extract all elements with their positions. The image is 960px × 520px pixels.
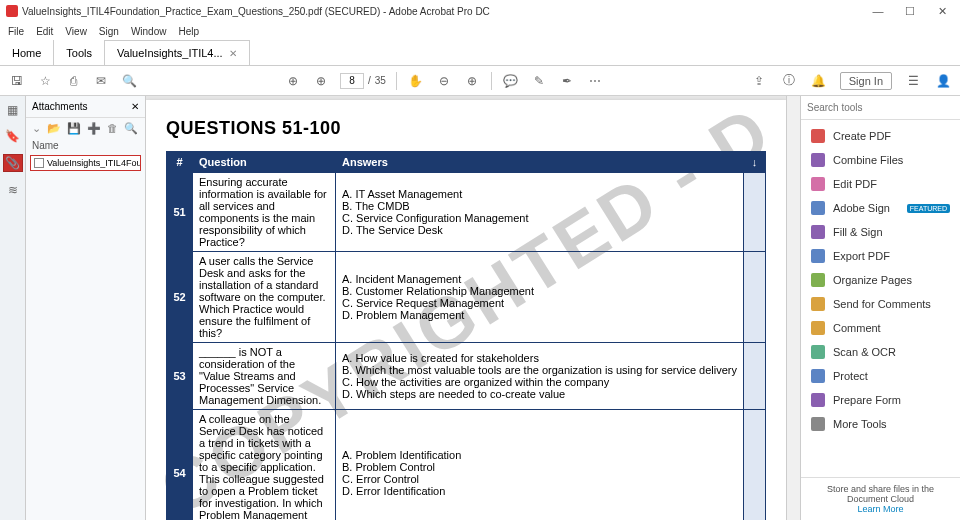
- sign-icon[interactable]: ✒: [558, 72, 576, 90]
- minimize-button[interactable]: —: [866, 3, 890, 19]
- doc-icon: [34, 158, 44, 168]
- toolbar: 🖫 ☆ ⎙ ✉ 🔍 ⊕ ⊕ /35 ✋ ⊖ ⊕ 💬 ✎ ✒ ⋯ ⇪ ⓘ 🔔 Si…: [0, 66, 960, 96]
- learn-more-link[interactable]: Learn More: [857, 504, 903, 514]
- bookmark-icon[interactable]: 🔖: [5, 128, 21, 144]
- tool-item[interactable]: Prepare Form: [801, 388, 960, 412]
- print-icon[interactable]: ⎙: [64, 72, 82, 90]
- th-question: Question: [193, 152, 336, 173]
- row-num: 52: [167, 252, 193, 343]
- table-row: 51Ensuring accurate information is avail…: [167, 173, 766, 252]
- tab-strip: Home Tools ValueInsights_ITIL4...✕: [0, 40, 960, 66]
- scrollbar[interactable]: [786, 96, 800, 520]
- pdf-icon: [6, 5, 18, 17]
- close-panel-icon[interactable]: ✕: [131, 101, 139, 112]
- menu-window[interactable]: Window: [131, 26, 167, 37]
- row-arrow: [744, 343, 766, 410]
- search-tools-input[interactable]: [807, 102, 954, 113]
- user-icon[interactable]: 👤: [934, 72, 952, 90]
- menu-file[interactable]: File: [8, 26, 24, 37]
- attachment-item[interactable]: ValueInsights_ITIL4Foundation_Practic...: [30, 155, 141, 171]
- menu-edit[interactable]: Edit: [36, 26, 53, 37]
- menu-view[interactable]: View: [65, 26, 87, 37]
- comment-icon[interactable]: 💬: [502, 72, 520, 90]
- tool-item[interactable]: Export PDF: [801, 244, 960, 268]
- tool-icon: [811, 225, 825, 239]
- page-up-icon[interactable]: ⊕: [284, 72, 302, 90]
- page-down-icon[interactable]: ⊕: [312, 72, 330, 90]
- row-question: A colleague on the Service Desk has noti…: [193, 410, 336, 521]
- tool-icon: [811, 321, 825, 335]
- star-icon[interactable]: ☆: [36, 72, 54, 90]
- bell-icon[interactable]: 🔔: [810, 72, 828, 90]
- pdf-page: COPYRIGHTED - D QUESTIONS 51-100 # Quest…: [146, 100, 786, 520]
- document-view[interactable]: COPYRIGHTED - D QUESTIONS 51-100 # Quest…: [146, 96, 786, 520]
- share-icon[interactable]: ⇪: [750, 72, 768, 90]
- zoom-out-icon[interactable]: ⊖: [435, 72, 453, 90]
- hand-icon[interactable]: ✋: [407, 72, 425, 90]
- tool-item[interactable]: Send for Comments: [801, 292, 960, 316]
- maximize-button[interactable]: ☐: [898, 3, 922, 19]
- attach-add-icon[interactable]: ➕: [87, 122, 101, 135]
- row-question: Ensuring accurate information is availab…: [193, 173, 336, 252]
- tool-icon: [811, 393, 825, 407]
- tools-panel: Create PDFCombine FilesEdit PDFAdobe Sig…: [800, 96, 960, 520]
- row-answers: A. How value is created for stakeholders…: [336, 343, 744, 410]
- tool-icon: [811, 153, 825, 167]
- row-arrow: [744, 252, 766, 343]
- attach-save-icon[interactable]: 💾: [67, 122, 81, 135]
- page-input[interactable]: [340, 73, 364, 89]
- th-arrow: ↓: [744, 152, 766, 173]
- tool-icon: [811, 177, 825, 191]
- tool-item[interactable]: Edit PDF: [801, 172, 960, 196]
- tool-item[interactable]: More Tools: [801, 412, 960, 436]
- search-icon[interactable]: 🔍: [120, 72, 138, 90]
- layers-icon[interactable]: ≋: [5, 182, 21, 198]
- more-icon[interactable]: ⋯: [586, 72, 604, 90]
- title-bar: ValueInsights_ITIL4Foundation_Practice_E…: [0, 0, 960, 22]
- tool-item[interactable]: Comment: [801, 316, 960, 340]
- info-icon[interactable]: ⓘ: [780, 72, 798, 90]
- tab-document[interactable]: ValueInsights_ITIL4...✕: [105, 40, 250, 65]
- tool-icon: [811, 417, 825, 431]
- tool-item[interactable]: Create PDF: [801, 124, 960, 148]
- signin-button[interactable]: Sign In: [840, 72, 892, 90]
- tab-home[interactable]: Home: [0, 40, 54, 65]
- table-row: 54A colleague on the Service Desk has no…: [167, 410, 766, 521]
- attachment-icon[interactable]: 📎: [3, 154, 23, 172]
- attach-open-icon[interactable]: 📂: [47, 122, 61, 135]
- questions-table: # Question Answers ↓ 51Ensuring accurate…: [166, 151, 766, 520]
- th-num: #: [167, 152, 193, 173]
- left-rail: ▦ 🔖 📎 ≋: [0, 96, 26, 520]
- tool-icon: [811, 201, 825, 215]
- attach-delete-icon[interactable]: 🗑: [107, 122, 118, 134]
- highlight-icon[interactable]: ✎: [530, 72, 548, 90]
- tool-icon: [811, 345, 825, 359]
- attachments-title: Attachments: [32, 101, 88, 112]
- menu-sign[interactable]: Sign: [99, 26, 119, 37]
- tool-item[interactable]: Fill & Sign: [801, 220, 960, 244]
- tool-item[interactable]: Protect: [801, 364, 960, 388]
- close-icon[interactable]: ✕: [229, 48, 237, 59]
- row-num: 54: [167, 410, 193, 521]
- panel-toggle-icon[interactable]: ☰: [904, 72, 922, 90]
- save-icon[interactable]: 🖫: [8, 72, 26, 90]
- tool-item[interactable]: Scan & OCR: [801, 340, 960, 364]
- tab-tools[interactable]: Tools: [54, 40, 105, 65]
- row-arrow: [744, 410, 766, 521]
- tool-item[interactable]: Organize Pages: [801, 268, 960, 292]
- menu-help[interactable]: Help: [178, 26, 199, 37]
- tool-item[interactable]: Adobe SignFEATURED: [801, 196, 960, 220]
- close-button[interactable]: ✕: [930, 3, 954, 19]
- row-answers: A. IT Asset ManagementB. The CMDBC. Serv…: [336, 173, 744, 252]
- mail-icon[interactable]: ✉: [92, 72, 110, 90]
- tool-icon: [811, 297, 825, 311]
- attach-options-icon[interactable]: ⌄: [32, 122, 41, 135]
- thumbnails-icon[interactable]: ▦: [5, 102, 21, 118]
- zoom-in-icon[interactable]: ⊕: [463, 72, 481, 90]
- attachments-panel: Attachments✕ ⌄ 📂 💾 ➕ 🗑 🔍 Name ValueInsig…: [26, 96, 146, 520]
- row-answers: A. Incident ManagementB. Customer Relati…: [336, 252, 744, 343]
- tool-item[interactable]: Combine Files: [801, 148, 960, 172]
- attach-search-icon[interactable]: 🔍: [124, 122, 138, 135]
- table-row: 52A user calls the Service Desk and asks…: [167, 252, 766, 343]
- row-question: A user calls the Service Desk and asks f…: [193, 252, 336, 343]
